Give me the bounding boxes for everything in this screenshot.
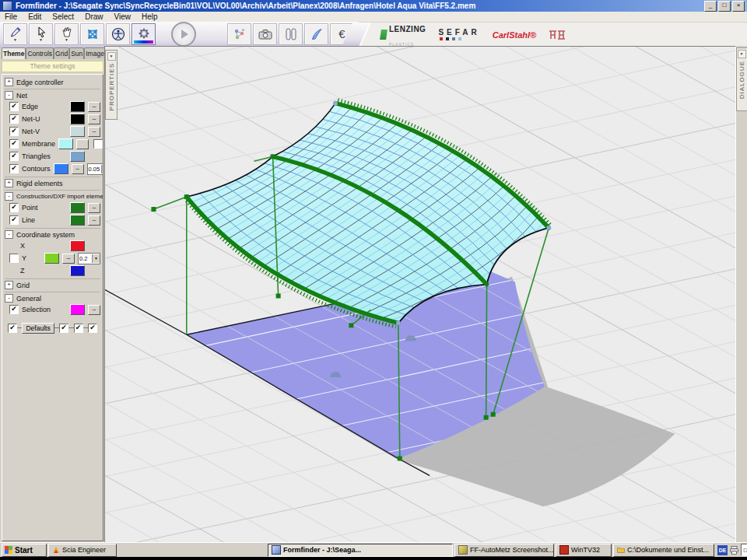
collapse-icon[interactable]: -: [5, 294, 13, 303]
edge-checkbox[interactable]: ✔: [9, 102, 19, 111]
selection-color-swatch[interactable]: [70, 304, 85, 315]
expand-icon[interactable]: +: [5, 179, 13, 187]
camera-button[interactable]: [253, 23, 277, 45]
task-dokumente-folder[interactable]: C:\Dokumente und Einst...: [613, 544, 714, 557]
y-linestyle-button[interactable]: –: [62, 254, 75, 264]
membrane-style-button[interactable]: [76, 139, 89, 149]
line-checkbox[interactable]: ✔: [9, 215, 19, 225]
net-v-linestyle-button[interactable]: –: [88, 127, 100, 137]
defaults-checkbox-3[interactable]: ✔: [74, 324, 83, 333]
y-color-swatch[interactable]: [44, 253, 59, 264]
rigid-elements-label: Rigid elements: [16, 180, 63, 187]
gear-active-indicator: [134, 40, 153, 44]
menu-edit[interactable]: Edit: [28, 12, 41, 21]
collapse-icon[interactable]: -: [5, 91, 13, 100]
defaults-checkbox-2[interactable]: ✔: [59, 324, 68, 333]
triangles-color-swatch[interactable]: [70, 151, 85, 162]
move-button[interactable]: [80, 23, 104, 45]
materials-button[interactable]: [279, 23, 303, 45]
task-ff-autometz[interactable]: FF-AutoMetz Screenshot...: [454, 544, 554, 557]
cursor-icon: [36, 26, 47, 38]
menu-view[interactable]: View: [114, 12, 132, 21]
collapse-arrow-icon[interactable]: ▼: [107, 52, 116, 61]
collapse-arrow-icon[interactable]: ▼: [738, 50, 746, 58]
membrane-color-swatch[interactable]: [58, 138, 73, 149]
line-label: Line: [22, 216, 67, 224]
edge-linestyle-button[interactable]: –: [88, 102, 100, 112]
defaults-checkbox-4[interactable]: ✔: [88, 324, 97, 333]
menu-draw[interactable]: Draw: [85, 12, 103, 21]
line-linestyle-button[interactable]: –: [88, 215, 100, 226]
membrane-checkbox[interactable]: ✔: [9, 139, 19, 149]
line-color-swatch[interactable]: [70, 215, 85, 226]
point-linestyle-button[interactable]: –: [88, 203, 100, 213]
menu-file[interactable]: File: [5, 12, 17, 21]
select-cursor-button[interactable]: ▼: [29, 23, 53, 45]
net-v-color-swatch[interactable]: [70, 126, 85, 137]
defaults-button[interactable]: Defaults: [22, 323, 54, 334]
net-row-contours: ✔ Contours – 0.05▼: [5, 163, 100, 175]
y-checkbox[interactable]: [9, 254, 19, 263]
viewport-3d[interactable]: ▼ PROPERTIES: [104, 46, 736, 543]
dialogue-side-tab[interactable]: ▼ DIALOGUE: [736, 47, 747, 111]
language-indicator[interactable]: DE: [717, 545, 728, 555]
toolbar: ▼ ▼ ▼: [0, 23, 747, 47]
y-dropdown[interactable]: 0.2▼: [78, 253, 100, 264]
triangles-checkbox[interactable]: ✔: [9, 152, 19, 161]
selection-linestyle-button[interactable]: –: [88, 305, 100, 315]
settings-gear-button[interactable]: [132, 23, 156, 45]
printer-icon[interactable]: [729, 545, 739, 555]
net-u-linestyle-button[interactable]: –: [88, 114, 100, 124]
start-button[interactable]: Start: [2, 544, 47, 557]
point-color-swatch[interactable]: [70, 202, 85, 213]
play-button[interactable]: [171, 22, 196, 47]
scia-icon: [52, 546, 60, 554]
close-button[interactable]: ×: [732, 1, 745, 12]
z-color-swatch[interactable]: [70, 265, 85, 276]
defaults-checkbox-1[interactable]: ✔: [8, 324, 17, 333]
collapse-icon[interactable]: -: [5, 230, 13, 239]
net-u-checkbox[interactable]: ✔: [9, 114, 19, 124]
point-checkbox[interactable]: ✔: [9, 203, 19, 212]
task-scia-engineer[interactable]: Scia Engineer: [48, 544, 117, 557]
tab-theme[interactable]: Theme: [2, 47, 26, 59]
dropdown-arrow-icon[interactable]: ▼: [92, 254, 100, 263]
tab-grid[interactable]: Grid: [54, 47, 69, 59]
menu-help[interactable]: Help: [142, 12, 158, 21]
pencil-dropdown-arrow[interactable]: ▼: [13, 38, 17, 42]
properties-side-tab[interactable]: ▼ PROPERTIES: [105, 50, 117, 120]
x-color-swatch[interactable]: [70, 240, 85, 251]
hand-dropdown-arrow[interactable]: ▼: [65, 38, 68, 42]
collapse-icon[interactable]: -: [5, 192, 13, 201]
menu-select[interactable]: Select: [52, 12, 74, 21]
triangles-label: Triangles: [22, 152, 67, 160]
pan-hand-button[interactable]: ▼: [54, 23, 79, 45]
cursor-dropdown-arrow[interactable]: ▼: [39, 38, 43, 42]
selection-checkbox[interactable]: ✔: [9, 305, 19, 314]
search-placeholder: Desktop durchsuchen: [743, 547, 747, 554]
tab-controls[interactable]: Controls: [26, 47, 54, 59]
net-u-color-swatch[interactable]: [70, 114, 85, 124]
molecule-button[interactable]: [227, 23, 251, 45]
task-formfinder[interactable]: Formfinder - J:\Seaga...: [268, 544, 453, 557]
folder-icon: [617, 546, 625, 554]
draw-pencil-button[interactable]: ▼: [3, 23, 27, 45]
panel-tabs: Theme Controls Grid Sun Images: [2, 47, 103, 59]
contours-linestyle-button[interactable]: –: [72, 164, 84, 174]
tab-sun[interactable]: Sun: [69, 47, 84, 59]
edge-color-swatch[interactable]: [70, 101, 85, 112]
dropdown-arrow-icon[interactable]: ▼: [101, 165, 103, 173]
contours-color-swatch[interactable]: [54, 163, 68, 174]
contours-dropdown[interactable]: 0.05▼: [87, 163, 103, 175]
membrane-on-checkbox[interactable]: [93, 139, 103, 149]
minimize-button[interactable]: _: [704, 1, 717, 12]
contours-checkbox[interactable]: ✔: [9, 164, 19, 173]
restore-button[interactable]: □: [718, 1, 731, 12]
expand-icon[interactable]: +: [5, 281, 13, 289]
net-v-checkbox[interactable]: ✔: [9, 127, 19, 136]
feather-button[interactable]: [304, 23, 328, 45]
desktop-search-input[interactable]: Desktop durchsuchen: [741, 544, 747, 556]
formfinder-man-button[interactable]: [106, 23, 130, 45]
task-wintv32[interactable]: WinTV32: [556, 544, 612, 557]
expand-icon[interactable]: +: [5, 78, 13, 86]
